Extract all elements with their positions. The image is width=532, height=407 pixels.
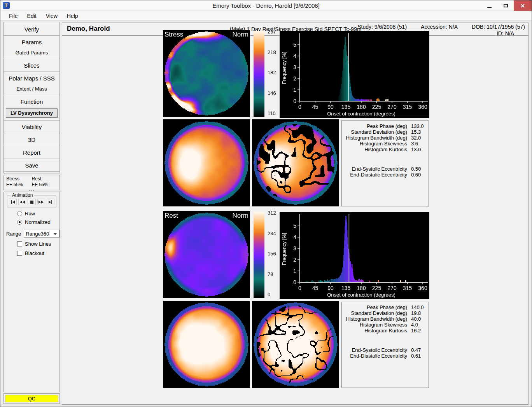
sidebar-item-verify[interactable]: Verify <box>4 23 60 35</box>
minimize-button[interactable] <box>481 0 497 11</box>
colorbar-tick: 0 <box>268 292 270 297</box>
skip-to-start-button[interactable] <box>9 199 17 205</box>
ef-stress-label: Stress <box>6 176 32 182</box>
svg-text:135: 135 <box>341 104 351 110</box>
stat-row: End-Diastolic Eccentricity0.61 <box>342 353 429 359</box>
rewind-button[interactable] <box>18 199 26 205</box>
app-window: T Emory Toolbox - Demo, Harold [9/6/2008… <box>0 0 532 407</box>
svg-text:4: 4 <box>293 234 296 240</box>
close-button[interactable]: ✕ <box>514 0 532 11</box>
colorbar-tick: 234 <box>268 231 276 236</box>
sidebar-item-report[interactable]: Report <box>4 146 60 159</box>
stress-norm-label: Norm <box>232 31 248 38</box>
skip-to-end-icon <box>49 201 51 204</box>
stat-row: Histogram Kurtosis16.2 <box>342 328 429 334</box>
show-lines-row[interactable]: Show Lines <box>17 241 60 247</box>
stat-value: 140.0 <box>411 304 429 310</box>
svg-text:45: 45 <box>312 285 318 291</box>
svg-text:Frequency [%]: Frequency [%] <box>281 233 287 266</box>
raw-radio-row[interactable]: Raw <box>17 211 60 217</box>
main-panel: Demo, Harold (Male) 1 Day Rest/Stress Ex… <box>62 23 528 405</box>
stat-label: End-Systolic Eccentricity <box>342 166 407 172</box>
svg-text:360: 360 <box>418 285 427 291</box>
blackout-checkbox[interactable] <box>17 251 22 256</box>
svg-text:360: 360 <box>418 104 427 110</box>
menubar: File Edit View Help <box>0 11 532 21</box>
fast-forward-button[interactable] <box>37 199 45 205</box>
maximize-button[interactable] <box>497 0 514 11</box>
qc-button[interactable]: QC <box>5 395 58 402</box>
stat-row: End-Diastolic Eccentricity0.60 <box>342 172 429 178</box>
svg-text:135: 135 <box>341 285 351 291</box>
animation-groupbox: Animation <box>7 195 56 208</box>
normalized-radio[interactable] <box>17 220 22 225</box>
sidebar-item-function[interactable]: Function <box>4 95 60 108</box>
show-lines-checkbox[interactable] <box>17 241 22 246</box>
stat-value: 0.61 <box>411 353 429 359</box>
skip-to-end-button[interactable] <box>47 199 54 205</box>
stat-row: Histogram Skewness3.6 <box>342 141 429 147</box>
colorbar-tick: 78 <box>268 271 273 277</box>
stress-amplitude-blackout-map <box>252 119 339 206</box>
sidebar-item-slices[interactable]: Slices <box>4 59 60 72</box>
stat-label: End-Systolic Eccentricity <box>342 347 407 353</box>
svg-text:45: 45 <box>312 104 318 110</box>
rest-phase-histogram: 01234504590135180225270315360Onset of co… <box>280 212 429 299</box>
svg-text:90: 90 <box>327 104 334 110</box>
sidebar-item-extent-mass[interactable]: Extent / Mass <box>4 84 60 95</box>
raw-radio-label: Raw <box>25 211 35 217</box>
sidebar-item-params[interactable]: Params <box>4 36 60 48</box>
stat-label: Standard Deviation (deg) <box>342 129 407 135</box>
stat-row: End-Systolic Eccentricity0.47 <box>342 347 429 353</box>
stress-phase-polar-map: Stress Norm <box>163 30 250 117</box>
ef-summary-panel: Stress Rest EF 55% EF 55% ... <box>4 175 60 190</box>
svg-text:315: 315 <box>403 285 412 291</box>
rest-norm-label: Norm <box>232 212 248 220</box>
show-lines-label: Show Lines <box>25 241 51 247</box>
stat-row: Peak Phase (deg)133.0 <box>342 123 429 129</box>
stat-row: Histogram Skewness4.0 <box>342 322 429 328</box>
stat-value: 0.60 <box>411 172 429 178</box>
fast-forward-icon <box>38 201 41 204</box>
sidebar-item-3d[interactable]: 3D <box>4 133 60 146</box>
normalized-radio-row[interactable]: Normalized <box>17 219 60 225</box>
stat-value: 0.50 <box>411 166 429 172</box>
stat-value: 32.0 <box>411 135 429 141</box>
dob: DOB: 10/17/1956 (57) <box>472 24 525 30</box>
range-dropdown[interactable]: Range360 <box>24 230 60 238</box>
sidebar-item-viability[interactable]: Viability <box>4 121 60 133</box>
blackout-row[interactable]: Blackout <box>17 250 60 256</box>
colorbar-tick: 257 <box>268 29 276 35</box>
svg-text:0: 0 <box>293 279 296 285</box>
stop-button[interactable] <box>28 199 35 205</box>
stat-value: 19.8 <box>411 310 429 316</box>
stress-map-label: Stress <box>164 31 183 38</box>
stat-label: Peak Phase (deg) <box>342 123 407 129</box>
sidebar-item-gated-params[interactable]: Gated Params <box>4 48 60 59</box>
qc-panel: QC <box>4 393 60 404</box>
sidebar-item-polar-maps-sss[interactable]: Polar Maps / SSS <box>4 72 60 84</box>
svg-text:Onset of contraction (degrees): Onset of contraction (degrees) <box>327 292 396 298</box>
stat-row: Standard Deviation (deg)15.3 <box>342 129 429 135</box>
menu-file[interactable]: File <box>4 12 23 20</box>
stat-row: Histogram Bandwidth (deg)32.0 <box>342 135 429 141</box>
svg-text:0: 0 <box>293 98 296 104</box>
stat-row: Peak Phase (deg)140.0 <box>342 304 429 310</box>
ef-more-button[interactable]: ... <box>4 187 60 190</box>
svg-text:180: 180 <box>357 285 366 291</box>
stress-phase-histogram: 01234504590135180225270315360Onset of co… <box>280 31 429 118</box>
study-date: Study: 9/6/2008 (51) <box>357 24 407 30</box>
colorbar-tick: 110 <box>268 110 276 116</box>
svg-text:0: 0 <box>298 104 301 110</box>
stat-value: 13.0 <box>411 147 429 152</box>
colorbar-tick: 312 <box>268 210 276 216</box>
stress-colorbar: 257218182146110 <box>254 31 264 119</box>
menu-edit[interactable]: Edit <box>23 12 41 20</box>
menu-view[interactable]: View <box>41 12 62 20</box>
sidebar-item-lv-dyssynchrony[interactable]: LV Dyssynchrony <box>6 108 58 118</box>
sidebar-item-save[interactable]: Save <box>4 159 60 171</box>
svg-text:1: 1 <box>293 87 296 93</box>
menu-help[interactable]: Help <box>62 12 83 20</box>
raw-radio[interactable] <box>17 211 22 216</box>
sidebar-nav-panel: VerifyParamsGated ParamsSlicesPolar Maps… <box>4 22 60 173</box>
